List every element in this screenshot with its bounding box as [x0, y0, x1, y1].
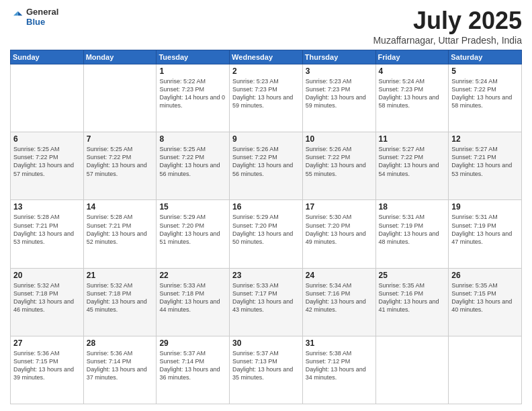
logo-text: General Blue [26, 7, 58, 27]
day-info: Sunrise: 5:32 AMSunset: 7:18 PMDaylight:… [13, 281, 81, 314]
day-info: Sunrise: 5:37 AMSunset: 7:13 PMDaylight:… [232, 349, 300, 382]
day-cell [449, 336, 522, 404]
day-number: 1 [159, 66, 226, 76]
day-info: Sunrise: 5:27 AMSunset: 7:21 PMDaylight:… [451, 145, 519, 178]
day-info: Sunrise: 5:29 AMSunset: 7:20 PMDaylight:… [232, 213, 300, 246]
day-info: Sunrise: 5:26 AMSunset: 7:22 PMDaylight:… [232, 145, 300, 178]
day-cell: 24Sunrise: 5:34 AMSunset: 7:16 PMDayligh… [302, 268, 375, 336]
logo-icon [10, 10, 24, 24]
day-cell: 13Sunrise: 5:28 AMSunset: 7:21 PMDayligh… [11, 200, 84, 268]
month-title: July 2025 [373, 7, 522, 35]
day-cell [375, 336, 449, 404]
day-info: Sunrise: 5:25 AMSunset: 7:22 PMDaylight:… [159, 145, 226, 178]
day-number: 13 [13, 202, 81, 212]
day-number: 9 [232, 134, 300, 144]
day-number: 31 [306, 338, 373, 348]
day-info: Sunrise: 5:28 AMSunset: 7:21 PMDaylight:… [87, 213, 154, 246]
day-cell: 6Sunrise: 5:25 AMSunset: 7:22 PMDaylight… [11, 132, 84, 200]
week-row-3: 13Sunrise: 5:28 AMSunset: 7:21 PMDayligh… [11, 200, 522, 268]
day-info: Sunrise: 5:26 AMSunset: 7:22 PMDaylight:… [306, 145, 373, 178]
day-cell [11, 64, 84, 132]
day-info: Sunrise: 5:33 AMSunset: 7:17 PMDaylight:… [232, 281, 300, 314]
day-cell: 22Sunrise: 5:33 AMSunset: 7:18 PMDayligh… [157, 268, 230, 336]
day-header-wednesday: Wednesday [230, 50, 303, 64]
day-info: Sunrise: 5:23 AMSunset: 7:23 PMDaylight:… [306, 77, 373, 110]
day-number: 27 [13, 338, 81, 348]
day-number: 24 [306, 271, 373, 280]
logo-general: General [26, 7, 58, 17]
day-number: 14 [87, 202, 154, 212]
day-header-friday: Friday [375, 50, 449, 64]
day-info: Sunrise: 5:37 AMSunset: 7:14 PMDaylight:… [159, 349, 226, 382]
svg-marker-1 [13, 11, 18, 16]
day-info: Sunrise: 5:33 AMSunset: 7:18 PMDaylight:… [159, 281, 226, 314]
day-info: Sunrise: 5:36 AMSunset: 7:14 PMDaylight:… [87, 349, 154, 382]
logo: General Blue [10, 7, 58, 27]
day-cell: 25Sunrise: 5:35 AMSunset: 7:16 PMDayligh… [375, 268, 449, 336]
header: General Blue July 2025 Muzaffarnagar, Ut… [10, 7, 522, 46]
day-number: 11 [379, 134, 446, 144]
day-info: Sunrise: 5:24 AMSunset: 7:22 PMDaylight:… [451, 77, 519, 110]
day-number: 4 [379, 66, 446, 76]
day-info: Sunrise: 5:25 AMSunset: 7:22 PMDaylight:… [13, 145, 81, 178]
day-cell: 2Sunrise: 5:23 AMSunset: 7:23 PMDaylight… [230, 64, 303, 132]
calendar-table: SundayMondayTuesdayWednesdayThursdayFrid… [10, 50, 522, 404]
location: Muzaffarnagar, Uttar Pradesh, India [373, 35, 522, 46]
week-row-4: 20Sunrise: 5:32 AMSunset: 7:18 PMDayligh… [11, 268, 522, 336]
day-number: 29 [159, 338, 226, 348]
title-block: July 2025 Muzaffarnagar, Uttar Pradesh, … [373, 7, 522, 46]
day-info: Sunrise: 5:24 AMSunset: 7:23 PMDaylight:… [379, 77, 446, 110]
day-number: 6 [13, 134, 81, 144]
day-cell: 5Sunrise: 5:24 AMSunset: 7:22 PMDaylight… [449, 64, 522, 132]
week-row-5: 27Sunrise: 5:36 AMSunset: 7:15 PMDayligh… [11, 336, 522, 404]
day-cell: 19Sunrise: 5:31 AMSunset: 7:19 PMDayligh… [449, 200, 522, 268]
day-number: 25 [379, 271, 446, 280]
day-number: 26 [451, 271, 519, 280]
day-header-tuesday: Tuesday [157, 50, 230, 64]
logo-blue: Blue [26, 17, 58, 27]
day-header-saturday: Saturday [449, 50, 522, 64]
day-info: Sunrise: 5:35 AMSunset: 7:16 PMDaylight:… [379, 281, 446, 314]
day-info: Sunrise: 5:31 AMSunset: 7:19 PMDaylight:… [379, 213, 446, 246]
day-header-sunday: Sunday [11, 50, 84, 64]
day-info: Sunrise: 5:28 AMSunset: 7:21 PMDaylight:… [13, 213, 81, 246]
day-number: 20 [13, 271, 81, 280]
day-cell: 31Sunrise: 5:38 AMSunset: 7:12 PMDayligh… [302, 336, 375, 404]
day-cell: 23Sunrise: 5:33 AMSunset: 7:17 PMDayligh… [230, 268, 303, 336]
day-number: 8 [159, 134, 226, 144]
day-cell: 7Sunrise: 5:25 AMSunset: 7:22 PMDaylight… [83, 132, 157, 200]
day-cell: 17Sunrise: 5:30 AMSunset: 7:20 PMDayligh… [302, 200, 375, 268]
day-cell: 26Sunrise: 5:35 AMSunset: 7:15 PMDayligh… [449, 268, 522, 336]
day-info: Sunrise: 5:29 AMSunset: 7:20 PMDaylight:… [159, 213, 226, 246]
day-cell: 14Sunrise: 5:28 AMSunset: 7:21 PMDayligh… [83, 200, 157, 268]
day-cell: 1Sunrise: 5:22 AMSunset: 7:23 PMDaylight… [157, 64, 230, 132]
day-info: Sunrise: 5:36 AMSunset: 7:15 PMDaylight:… [13, 349, 81, 382]
day-info: Sunrise: 5:27 AMSunset: 7:22 PMDaylight:… [379, 145, 446, 178]
day-cell: 12Sunrise: 5:27 AMSunset: 7:21 PMDayligh… [449, 132, 522, 200]
day-cell: 28Sunrise: 5:36 AMSunset: 7:14 PMDayligh… [83, 336, 157, 404]
day-number: 7 [87, 134, 154, 144]
day-info: Sunrise: 5:22 AMSunset: 7:23 PMDaylight:… [159, 77, 226, 110]
day-info: Sunrise: 5:25 AMSunset: 7:22 PMDaylight:… [87, 145, 154, 178]
day-header-thursday: Thursday [302, 50, 375, 64]
day-cell: 10Sunrise: 5:26 AMSunset: 7:22 PMDayligh… [302, 132, 375, 200]
day-header-monday: Monday [83, 50, 157, 64]
day-cell: 8Sunrise: 5:25 AMSunset: 7:22 PMDaylight… [157, 132, 230, 200]
day-cell: 9Sunrise: 5:26 AMSunset: 7:22 PMDaylight… [230, 132, 303, 200]
day-cell: 20Sunrise: 5:32 AMSunset: 7:18 PMDayligh… [11, 268, 84, 336]
day-number: 22 [159, 271, 226, 280]
day-number: 21 [87, 271, 154, 280]
day-number: 12 [451, 134, 519, 144]
day-cell: 11Sunrise: 5:27 AMSunset: 7:22 PMDayligh… [375, 132, 449, 200]
day-number: 5 [451, 66, 519, 76]
week-row-1: 1Sunrise: 5:22 AMSunset: 7:23 PMDaylight… [11, 64, 522, 132]
day-number: 18 [379, 202, 446, 212]
day-number: 10 [306, 134, 373, 144]
day-number: 15 [159, 202, 226, 212]
day-cell: 29Sunrise: 5:37 AMSunset: 7:14 PMDayligh… [157, 336, 230, 404]
day-cell [83, 64, 157, 132]
day-cell: 21Sunrise: 5:32 AMSunset: 7:18 PMDayligh… [83, 268, 157, 336]
day-number: 16 [232, 202, 300, 212]
day-info: Sunrise: 5:23 AMSunset: 7:23 PMDaylight:… [232, 77, 300, 110]
day-cell: 15Sunrise: 5:29 AMSunset: 7:20 PMDayligh… [157, 200, 230, 268]
